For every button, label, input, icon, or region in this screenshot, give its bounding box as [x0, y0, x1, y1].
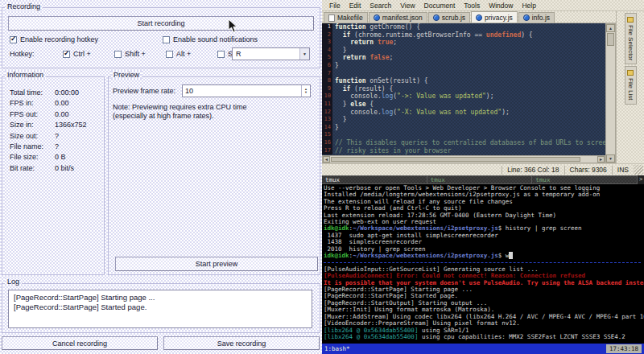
menu-window[interactable]: Window	[485, 2, 517, 10]
code-token: else	[350, 101, 365, 108]
line-number: 13	[322, 116, 332, 124]
hotkey-key-select[interactable]: R ▼	[232, 47, 310, 60]
start-preview-button[interactable]: Start preview	[115, 257, 318, 271]
menu-view[interactable]: View	[396, 2, 419, 10]
tab-Makefile[interactable]: Makefile	[324, 12, 368, 23]
code-token	[335, 85, 343, 93]
cancel-recording-button[interactable]: Cancel recording	[2, 336, 158, 350]
hscroll-thumb[interactable]	[331, 157, 580, 162]
scroll-up-icon[interactable]: ▲	[606, 24, 615, 32]
code-line: 11 } else {	[322, 101, 605, 109]
hotkey-row: Hotkey: Ctrl +Shift +Alt +Super +	[10, 50, 266, 58]
overflow-arrow-icon: >	[638, 175, 644, 184]
log-output[interactable]: [PageRecord::StartPage] Starting page ..…	[8, 290, 312, 328]
enable-hotkey-checkbox[interactable]: Enable recording hotkey	[10, 35, 98, 43]
editor-hscrollbar[interactable]: ◄ ►	[322, 155, 605, 163]
terminal-output[interactable]: Use --verbose or open Tools > Web Develo…	[324, 185, 644, 342]
code-text	[332, 70, 605, 78]
code-line: 14}	[322, 124, 605, 132]
tmux-title-tab[interactable]: tmux	[532, 175, 638, 184]
save-recording-button[interactable]: Save recording	[163, 336, 320, 350]
menu-search[interactable]: Search	[365, 2, 395, 10]
scroll-down-icon[interactable]: ▼	[606, 154, 615, 163]
code-line: 9 if (result) {	[322, 85, 605, 93]
preview-rate-spinbox[interactable]: 10 ▲▼	[182, 84, 311, 97]
hotkey-key-value: R	[233, 50, 299, 58]
checkbox[interactable]	[114, 51, 122, 58]
preview-rate-row: Preview frame rate:	[113, 87, 175, 95]
info-row: File size:0 B	[10, 153, 100, 161]
terminal-separator	[324, 259, 644, 266]
line-number: 3	[322, 39, 332, 47]
menu-file[interactable]: File	[325, 2, 345, 10]
line-number: 4	[322, 47, 332, 55]
resize-grip-icon	[634, 165, 643, 175]
editor-statusbar: Line: 366 Col: 18Chars: 9306INS	[322, 163, 644, 175]
preview-group-label: Preview	[111, 71, 142, 79]
info-value: 1366x752	[55, 121, 87, 129]
checkbox[interactable]	[166, 51, 173, 58]
code-text: console.log("-X: Value was not updated")…	[332, 109, 605, 117]
info-label: Size in:	[10, 121, 55, 129]
code-text: // This disables queries to centralized …	[332, 139, 605, 147]
line-number: 16	[322, 139, 332, 147]
checkbox[interactable]	[217, 51, 225, 58]
start-recording-button[interactable]: Start recording	[8, 16, 314, 31]
line-number: 12	[322, 109, 332, 117]
code-text: return false;	[332, 54, 605, 62]
preview-note: Note: Previewing requires extra CPU time…	[113, 103, 314, 121]
code-line: 17// risky sites in your browser	[322, 147, 605, 155]
hotkey-mod-alt[interactable]: Alt +	[166, 50, 214, 58]
tab-manifest.json[interactable]: manifest.json	[369, 12, 427, 23]
tab-label: info.js	[532, 14, 550, 22]
code-text: }	[332, 116, 605, 124]
tab-privacy.js[interactable]: privacy.js	[471, 11, 518, 23]
code-line: 1function getChrome() {	[322, 23, 605, 31]
mouse-cursor-icon	[228, 19, 238, 34]
vscroll-thumb[interactable]	[607, 33, 614, 46]
sidebar-tab-file-list[interactable]: File List	[625, 66, 637, 105]
menu-document[interactable]: Document	[420, 2, 460, 10]
hotkey-mod-shift[interactable]: Shift +	[114, 50, 163, 58]
editor-vscrollbar[interactable]: ▲ ▼	[605, 23, 616, 163]
code-token: onSet(result) {	[366, 77, 428, 84]
terminal-window: tmuxtmuxtmux> Use --verbose or open Tool…	[322, 175, 644, 354]
hotkey-mod-ctrl[interactable]: Ctrl +	[63, 50, 111, 58]
sidebar-tab-file-selector[interactable]: File Selector	[625, 13, 637, 64]
scroll-right-icon[interactable]: ►	[597, 156, 605, 163]
menu-edit[interactable]: Edit	[345, 2, 365, 10]
info-value: 0.00	[55, 110, 69, 118]
enable-hotkey-checkbox-box[interactable]	[10, 36, 17, 43]
code-token: (result) {	[350, 85, 393, 93]
line-number: 9	[322, 85, 332, 93]
tmux-title-tab[interactable]: tmux	[427, 175, 533, 184]
tab-info.js[interactable]: info.js	[518, 12, 555, 23]
tmux-window-label[interactable]: 1:bash*	[324, 345, 350, 352]
code-line: 7	[322, 70, 605, 78]
info-value: 0:00:00	[55, 88, 79, 97]
menu-help[interactable]: Help	[518, 2, 539, 10]
enable-sound-checkbox[interactable]: Enable sound notifications	[163, 35, 258, 43]
enable-sound-checkbox-box[interactable]	[163, 36, 170, 43]
code-token: undefined	[486, 31, 521, 39]
enable-sound-label: Enable sound notifications	[173, 35, 258, 43]
preview-rate-label: Preview frame rate:	[113, 87, 175, 95]
code-token: }	[335, 101, 350, 108]
spinner-arrows-icon[interactable]: ▲▼	[301, 85, 310, 97]
hotkey-mod-label: Alt +	[176, 50, 191, 58]
menu-tools[interactable]: Tools	[460, 2, 484, 10]
scroll-left-icon[interactable]: ◄	[323, 156, 330, 163]
tab-label: privacy.js	[485, 14, 513, 22]
checkbox[interactable]	[63, 51, 70, 58]
tmux-title-tab[interactable]: tmux	[322, 175, 427, 184]
code-token: "-X: Value was not updated"	[397, 109, 502, 116]
log-line: [PageRecord::StartPage] Starting page ..…	[14, 293, 307, 303]
preview-rate-value: 10	[183, 87, 301, 95]
code-area[interactable]: 1function getChrome() {2 if (chrome.runt…	[322, 23, 605, 155]
chevron-down-icon[interactable]: ▼	[299, 48, 309, 60]
code-line: 16// This disables queries to centralize…	[322, 139, 605, 147]
code-token: ;	[393, 39, 397, 46]
info-row: Size in:1366x752	[10, 121, 100, 129]
tab-scrub.js[interactable]: scrub.js	[428, 12, 470, 23]
code-text: if (result) {	[332, 85, 605, 93]
